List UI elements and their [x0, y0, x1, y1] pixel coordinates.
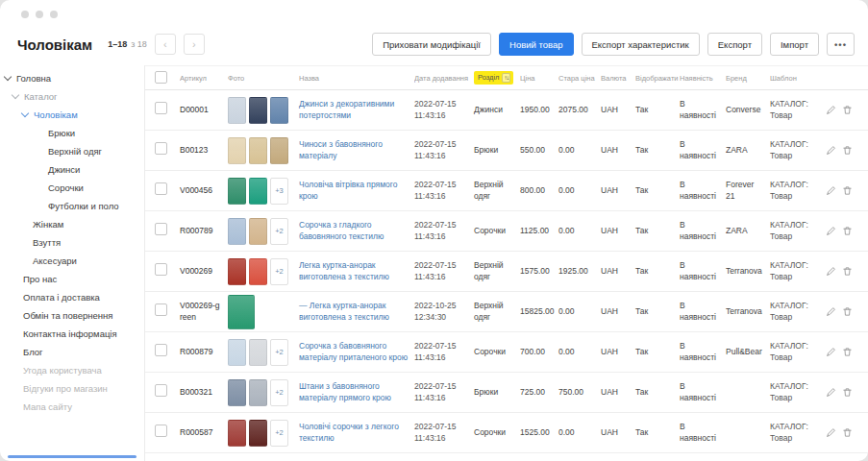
- product-name-link[interactable]: Джинси з декоративними потертостями: [299, 99, 394, 119]
- column-header-date[interactable]: Дата додавання: [414, 74, 474, 83]
- product-thumbnail[interactable]: [228, 339, 246, 366]
- product-thumbnail[interactable]: [249, 339, 267, 366]
- product-thumbnail[interactable]: [249, 137, 267, 164]
- edit-icon[interactable]: [826, 347, 836, 357]
- product-thumbnail[interactable]: [249, 258, 267, 285]
- sidebar-item-10[interactable]: Аксесуари: [0, 252, 144, 270]
- sidebar-item-11[interactable]: Про нас: [0, 270, 144, 288]
- product-thumbnail[interactable]: [249, 379, 267, 406]
- edit-icon[interactable]: [826, 387, 836, 398]
- more-photos-badge[interactable]: +2: [270, 218, 288, 245]
- delete-icon[interactable]: [842, 226, 853, 236]
- edit-icon[interactable]: [826, 427, 836, 438]
- row-checkbox[interactable]: [155, 182, 167, 195]
- product-thumbnail[interactable]: [228, 420, 246, 447]
- row-checkbox[interactable]: [155, 142, 167, 155]
- edit-icon[interactable]: [826, 145, 836, 156]
- product-thumbnail[interactable]: [270, 97, 288, 124]
- sidebar-item-5[interactable]: Джинси: [0, 160, 144, 179]
- column-header-price[interactable]: Ціна: [520, 74, 558, 83]
- row-checkbox[interactable]: [155, 344, 167, 356]
- sidebar-item-8[interactable]: Жінкам: [0, 215, 144, 233]
- more-photos-badge[interactable]: +2: [270, 339, 288, 366]
- row-checkbox[interactable]: [155, 263, 167, 276]
- product-thumbnail[interactable]: [228, 218, 246, 245]
- delete-icon[interactable]: [842, 306, 853, 317]
- column-header-section[interactable]: Розділ↑↓: [474, 71, 520, 85]
- edit-icon[interactable]: [826, 266, 836, 277]
- sidebar-item-1[interactable]: Каталог: [0, 87, 144, 106]
- row-checkbox[interactable]: [155, 384, 167, 397]
- pagination-next-button[interactable]: ›: [184, 34, 205, 55]
- sidebar-item-7[interactable]: Футболки и поло: [0, 197, 144, 215]
- more-photos-badge[interactable]: +2: [270, 258, 288, 285]
- product-name-link[interactable]: — Легка куртка-анорак виготовлена з текс…: [299, 301, 389, 321]
- product-name-link[interactable]: Штани з бавовняного матеріалу прямого кр…: [299, 381, 391, 401]
- row-checkbox[interactable]: [155, 102, 167, 114]
- edit-icon[interactable]: [826, 226, 836, 236]
- product-name-link[interactable]: Сорочка з бавовняного матеріалу притален…: [299, 341, 408, 361]
- delete-icon[interactable]: [842, 105, 853, 115]
- sidebar-item-9[interactable]: Взуття: [0, 233, 144, 252]
- window-control-maximize-icon[interactable]: [50, 11, 58, 18]
- product-thumbnail[interactable]: [249, 218, 267, 245]
- edit-icon[interactable]: [826, 105, 836, 115]
- product-thumbnail[interactable]: [228, 178, 246, 205]
- column-header-template[interactable]: Шаблон: [770, 74, 826, 83]
- more-photos-badge[interactable]: +3: [270, 178, 288, 205]
- product-thumbnail[interactable]: [249, 178, 267, 205]
- product-thumbnail[interactable]: [249, 97, 267, 124]
- sidebar-item-18[interactable]: Мапа сайту: [0, 398, 144, 416]
- product-thumbnail[interactable]: [228, 295, 255, 329]
- sidebar-item-17[interactable]: Відгуки про магазин: [0, 379, 144, 398]
- column-header-old_price[interactable]: Стара ціна: [558, 74, 601, 83]
- export-characteristics-button[interactable]: Експорт характеристик: [582, 33, 700, 56]
- sidebar-item-4[interactable]: Верхній одяг: [0, 142, 144, 160]
- sidebar-item-6[interactable]: Сорочки: [0, 179, 144, 197]
- column-header-sku[interactable]: Артикул: [180, 74, 228, 83]
- export-button[interactable]: Експорт: [707, 33, 762, 56]
- column-header-currency[interactable]: Валюта: [601, 74, 635, 83]
- product-thumbnail[interactable]: [228, 379, 246, 406]
- row-checkbox[interactable]: [155, 223, 167, 235]
- window-control-minimize-icon[interactable]: [36, 11, 43, 18]
- sidebar-item-3[interactable]: Брюки: [0, 124, 144, 142]
- delete-icon[interactable]: [842, 387, 853, 398]
- product-name-link[interactable]: Чоловічі сорочки з легкого текстилю: [299, 422, 399, 442]
- delete-icon[interactable]: [842, 427, 853, 438]
- sidebar-item-14[interactable]: Контактна інформація: [0, 325, 144, 343]
- product-name-link[interactable]: Сорочка з гладкого бавовняного текстилю: [299, 220, 384, 240]
- sidebar-item-12[interactable]: Оплата і доставка: [0, 288, 144, 306]
- product-name-link[interactable]: Легка куртка-анорак виготовлена з тексти…: [299, 260, 389, 280]
- sidebar-item-15[interactable]: Блог: [0, 343, 144, 361]
- row-checkbox[interactable]: [155, 303, 167, 316]
- delete-icon[interactable]: [842, 347, 853, 357]
- sidebar-item-2[interactable]: Чоловікам: [0, 106, 144, 124]
- column-header-brand[interactable]: Бренд: [726, 74, 770, 83]
- sort-icon[interactable]: ↑↓: [502, 73, 510, 83]
- product-thumbnail[interactable]: [249, 420, 267, 447]
- hide-modifications-button[interactable]: Приховати модифікації: [372, 33, 491, 56]
- product-thumbnail[interactable]: [228, 137, 246, 164]
- column-header-availability[interactable]: Наявність: [680, 74, 726, 83]
- more-actions-button[interactable]: •••: [827, 33, 855, 56]
- product-thumbnail[interactable]: [228, 97, 246, 124]
- product-name-link[interactable]: Чиноси з бавовняного матеріалу: [299, 139, 383, 159]
- column-header-photo[interactable]: Фото: [228, 74, 299, 83]
- product-thumbnail[interactable]: [228, 258, 246, 285]
- more-photos-badge[interactable]: +2: [270, 379, 288, 406]
- delete-icon[interactable]: [842, 185, 853, 196]
- window-control-close-icon[interactable]: [21, 11, 29, 18]
- edit-icon[interactable]: [826, 306, 836, 317]
- product-thumbnail[interactable]: [270, 137, 288, 164]
- more-photos-badge[interactable]: +2: [270, 420, 288, 447]
- product-name-link[interactable]: Чоловіча вітрівка прямого крою: [299, 180, 397, 200]
- delete-icon[interactable]: [842, 145, 853, 156]
- sidebar-scrollbar-thumb[interactable]: [8, 455, 136, 458]
- select-all-checkbox[interactable]: [155, 71, 167, 84]
- sidebar-item-16[interactable]: Угода користувача: [0, 361, 144, 379]
- sidebar-item-0[interactable]: Головна: [0, 69, 144, 87]
- delete-icon[interactable]: [842, 266, 853, 277]
- sidebar-item-13[interactable]: Обмін та повернення: [0, 306, 144, 325]
- pagination-prev-button[interactable]: ‹: [155, 34, 176, 55]
